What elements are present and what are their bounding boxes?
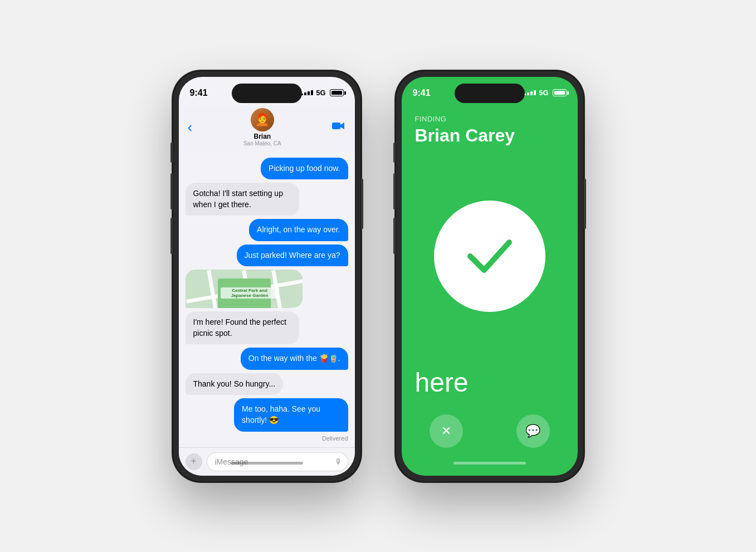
nav-bar: ‹ 🧑‍🦰 Brian San Mateo, CA bbox=[179, 106, 355, 152]
map-park-label: Central Park andJapanese Garden bbox=[221, 287, 279, 299]
message-bubble: Me too, haha. See you shortly! 😎 bbox=[234, 398, 348, 431]
found-word: here bbox=[402, 367, 578, 398]
message-icon: 💬 bbox=[525, 424, 540, 438]
status-icons: 5G bbox=[301, 89, 343, 97]
signal-bars-icon bbox=[524, 90, 536, 95]
contact-name: Brian bbox=[253, 133, 271, 140]
close-button[interactable]: ✕ bbox=[430, 414, 463, 448]
add-button[interactable]: + bbox=[186, 453, 202, 470]
messages-screen: 9:41 5G bbox=[179, 77, 355, 476]
video-call-button[interactable] bbox=[332, 121, 345, 134]
svg-rect-0 bbox=[332, 123, 340, 129]
dynamic-island bbox=[232, 84, 302, 103]
message-bubble: Alright, on the way over. bbox=[249, 219, 348, 241]
home-indicator-2 bbox=[453, 462, 526, 465]
map-bubble[interactable]: Central Park andJapanese Garden 🧑‍🦰 📍 Fi… bbox=[186, 270, 303, 307]
message-bubble: Just parked! Where are ya? bbox=[237, 245, 348, 267]
findmy-battery-icon bbox=[553, 89, 567, 96]
close-icon: ✕ bbox=[441, 424, 451, 438]
back-button[interactable]: ‹ bbox=[188, 119, 193, 136]
dynamic-island-2 bbox=[455, 84, 525, 103]
home-indicator bbox=[231, 462, 303, 465]
avatar: 🧑‍🦰 bbox=[251, 108, 274, 131]
message-bubble: Picking up food now. bbox=[261, 158, 348, 180]
findmy-phone: 9:41 ➤ 5G bbox=[395, 70, 584, 482]
map-image: Central Park andJapanese Garden 🧑‍🦰 bbox=[186, 270, 303, 307]
message-bubble: I'm here! Found the perfect picnic spot. bbox=[186, 311, 299, 344]
delivered-label: Delivered bbox=[322, 435, 348, 442]
messages-phone: 9:41 5G bbox=[172, 70, 362, 482]
message-bubble: On the way with the 🍟🧋. bbox=[241, 348, 348, 370]
check-circle bbox=[434, 201, 545, 312]
time-display: 9:41 bbox=[190, 88, 208, 98]
message-bubble: Gotcha! I'll start setting up when I get… bbox=[186, 183, 299, 216]
findmy-center bbox=[402, 146, 578, 367]
messages-list: Picking up food now. Gotcha! I'll start … bbox=[179, 152, 355, 447]
phones-container: 9:41 5G bbox=[139, 37, 618, 516]
contact-location: San Mateo, CA bbox=[243, 140, 281, 146]
findmy-network-label: 5G bbox=[539, 89, 548, 97]
message-bubble: Thank you! So hungry... bbox=[186, 373, 284, 395]
findmy-time-display: 9:41 bbox=[413, 88, 431, 98]
contact-info[interactable]: 🧑‍🦰 Brian San Mateo, CA bbox=[243, 108, 281, 146]
finding-label: FINDING bbox=[415, 115, 564, 123]
message-button[interactable]: 💬 bbox=[516, 414, 550, 448]
contact-name-large: Brian Carey bbox=[415, 125, 564, 146]
findmy-header: FINDING Brian Carey bbox=[402, 106, 578, 146]
battery-icon bbox=[330, 89, 344, 96]
mic-button[interactable]: 🎙 bbox=[335, 457, 343, 466]
network-label: 5G bbox=[316, 89, 325, 97]
signal-bars-icon bbox=[301, 90, 313, 95]
findmy-screen-container: 9:41 ➤ 5G bbox=[402, 77, 578, 476]
